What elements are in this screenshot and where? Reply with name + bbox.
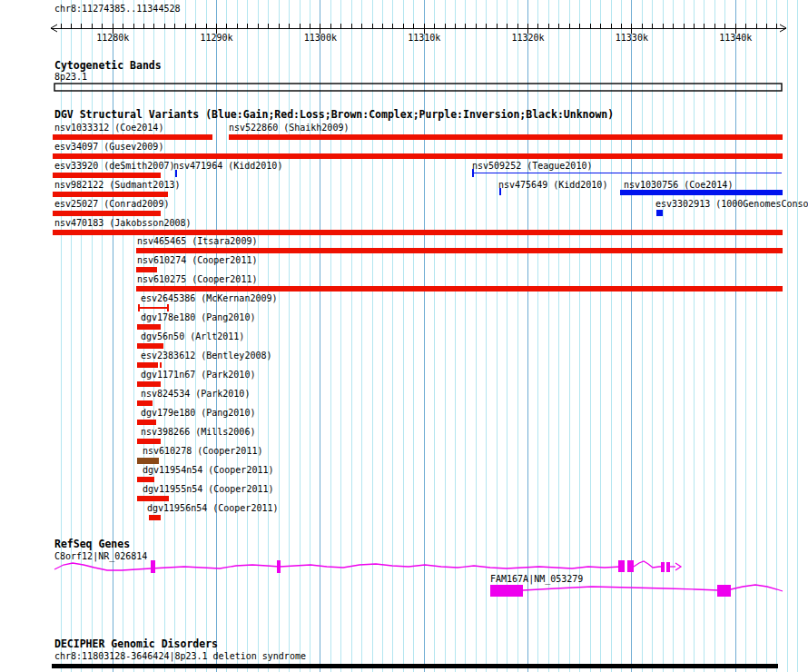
variant-glyph-loss[interactable] [137, 439, 161, 444]
axis-tick-label: 11290k [200, 33, 232, 43]
gene-exon-box[interactable] [490, 585, 523, 597]
variant-label[interactable]: esv25027 (Conrad2009) [54, 199, 169, 209]
variant-label[interactable]: dgv11956n54 (Cooper2011) [147, 503, 279, 513]
variant-label[interactable]: nsv398266 (Mills2006) [141, 427, 255, 437]
genome-browser-view: chr8:11274385..11344528 Cytogenetic Band… [0, 0, 808, 672]
track-title-decipher-genomic-disorders: DECIPHER Genomic Disorders [54, 638, 218, 650]
variant-glyph-loss[interactable] [137, 343, 163, 349]
variant-label[interactable]: nsv824534 (Park2010) [141, 389, 250, 399]
cytoband-box[interactable] [54, 84, 782, 91]
gene-exon-box[interactable] [151, 560, 155, 573]
variant-label[interactable]: nsv522860 (Shaikh2009) [229, 123, 349, 133]
gene-exon-box[interactable] [618, 560, 625, 572]
variant-glyph-loss[interactable] [137, 381, 161, 387]
variant-glyph-loss[interactable] [229, 134, 783, 140]
variant-label[interactable]: nsv610278 (Cooper2011) [143, 446, 262, 456]
variant-label[interactable]: esv2383612 (Bentley2008) [141, 351, 272, 361]
variant-label[interactable]: dgv56n50 (Arlt2011) [141, 331, 244, 341]
axis-tick-label: 11320k [511, 33, 544, 43]
variant-label[interactable]: nsv471964 (Kidd2010) [173, 161, 282, 171]
variant-label[interactable]: dgv11954n54 (Cooper2011) [143, 465, 274, 475]
gene-intron-line[interactable] [54, 563, 621, 570]
variant-glyph-loss[interactable] [137, 324, 161, 330]
cytoband-label: 8p23.1 [54, 72, 87, 82]
variant-glyph-loss[interactable] [136, 267, 157, 272]
gene-exon-box[interactable] [661, 562, 665, 572]
variant-glyph-gain[interactable] [499, 188, 501, 195]
variant-label[interactable]: dgv179e180 (Pang2010) [141, 408, 255, 418]
variant-label[interactable]: esv3302913 (1000GenomesConso [655, 199, 808, 209]
variant-label[interactable]: esv33920 (deSmith2007) [54, 161, 174, 171]
variant-glyph-loss[interactable] [53, 134, 212, 140]
variant-label[interactable]: dgv178e180 (Pang2010) [141, 312, 255, 322]
track-title-cytogenetic-bands: Cytogenetic Bands [54, 60, 162, 72]
variant-glyph-gain[interactable] [656, 210, 663, 216]
variant-label[interactable]: nsv470183 (Jakobsson2008) [54, 218, 192, 228]
variant-glyph-loss[interactable] [137, 400, 153, 406]
track-title-refseq-genes: RefSeq Genes [54, 539, 130, 550]
variant-glyph-loss[interactable] [149, 515, 161, 520]
track-title-dgv-structural-variants: DGV Structural Variants (Blue:Gain;Red:L… [54, 109, 614, 121]
axis-tick-label: 11280k [96, 33, 129, 43]
variant-glyph-loss[interactable] [140, 307, 167, 309]
variant-label[interactable]: dgv1171n67 (Park2010) [141, 370, 255, 380]
gene-exon-box[interactable] [666, 562, 670, 572]
gene-exon-box[interactable] [277, 560, 281, 573]
variant-label[interactable]: nsv465465 (Itsara2009) [137, 236, 257, 246]
decipher-region-bar[interactable] [52, 664, 778, 668]
axis-tick-label: 11340k [719, 33, 752, 43]
variant-glyph-loss[interactable] [53, 173, 161, 178]
variant-label[interactable]: esv34097 (Gusev2009) [54, 142, 163, 152]
variant-label[interactable]: nsv610275 (Cooper2011) [137, 274, 257, 284]
variant-glyph-loss[interactable] [137, 477, 154, 482]
variant-label[interactable]: nsv1033312 (Coe2014) [54, 123, 163, 133]
axis-tick-label: 11330k [616, 33, 648, 43]
variant-glyph-gain[interactable] [474, 173, 782, 173]
axis-tick-label: 11300k [304, 33, 337, 43]
gene-exon-box[interactable] [717, 585, 731, 597]
region-title: chr8:11274385..11344528 [54, 4, 180, 14]
variant-glyph-complex[interactable] [137, 458, 159, 464]
variant-glyph-loss[interactable] [53, 211, 161, 216]
variant-glyph-loss[interactable] [137, 362, 158, 368]
variant-glyph-loss[interactable] [53, 153, 783, 159]
variant-glyph-loss[interactable] [160, 362, 162, 368]
variant-glyph-loss[interactable] [136, 248, 783, 253]
variant-label[interactable]: dgv11955n54 (Cooper2011) [143, 484, 274, 494]
gene-label[interactable]: FAM167A|NM_053279 [490, 574, 583, 584]
gene-exon-box[interactable] [627, 560, 634, 572]
variant-label[interactable]: nsv509252 (Teague2010) [472, 161, 592, 171]
axis-tick-label: 11310k [408, 33, 440, 43]
variant-glyph-loss[interactable] [167, 304, 169, 311]
variant-label[interactable]: esv2645386 (McKernan2009) [141, 293, 278, 303]
variant-glyph-loss[interactable] [53, 230, 783, 235]
variant-label[interactable]: nsv982122 (Sudmant2013) [54, 180, 180, 190]
gene-intron-line[interactable] [634, 561, 665, 568]
gene-strand-arrow-icon [675, 563, 681, 570]
variant-glyph-gain[interactable] [620, 190, 783, 195]
gene-label[interactable]: C8orf12|NR_026814 [54, 551, 147, 561]
variant-glyph-loss[interactable] [137, 420, 156, 425]
variant-glyph-loss[interactable] [136, 286, 783, 292]
decipher-entry-label[interactable]: chr8:11803128-3646424|8p23.1 deletion sy… [54, 651, 306, 661]
variant-glyph-loss[interactable] [53, 192, 168, 197]
plot-shape-layer [0, 0, 808, 672]
variant-glyph-gain[interactable] [175, 170, 177, 177]
variant-label[interactable]: nsv610274 (Cooper2011) [137, 255, 257, 265]
variant-label[interactable]: nsv1030756 (Coe2014) [624, 180, 733, 190]
variant-label[interactable]: nsv475649 (Kidd2010) [498, 180, 607, 190]
variant-glyph-loss[interactable] [137, 496, 169, 501]
